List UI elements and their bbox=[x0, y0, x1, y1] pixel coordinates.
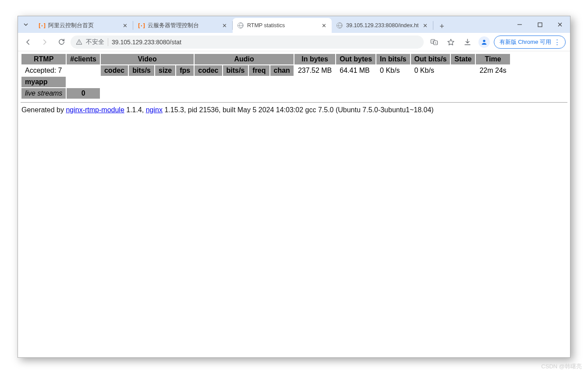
bookmark-button[interactable] bbox=[444, 35, 458, 49]
address-bar[interactable]: 不安全 39.105.129.233:8080/stat bbox=[71, 36, 424, 49]
favicon-aliyun-icon: [·] bbox=[38, 22, 45, 29]
sub-audio-freq: freq bbox=[249, 65, 269, 76]
footer-separator bbox=[21, 102, 567, 103]
url-text: 39.105.129.233:8080/stat bbox=[112, 39, 181, 46]
tab-title: 云服务器管理控制台 bbox=[148, 22, 218, 29]
favicon-globe-icon bbox=[336, 22, 343, 29]
col-rtmp: RTMP bbox=[21, 54, 66, 64]
svg-text:A: A bbox=[435, 41, 436, 44]
chrome-update-chip[interactable]: 有新版 Chrome 可用 ⋮ bbox=[494, 36, 566, 49]
sub-video-size: size bbox=[155, 65, 175, 76]
watermark: CSDN @韩曙亮 bbox=[541, 363, 582, 370]
sub-video-bits: bits/s bbox=[129, 65, 154, 76]
out-bits-cell: 0 Kb/s bbox=[411, 65, 450, 76]
tab-title: 39.105.129.233:8080/index.ht bbox=[346, 22, 418, 28]
sub-video-fps: fps bbox=[176, 65, 194, 76]
footer-module-version: 1.1.4, bbox=[124, 106, 146, 114]
favicon-aliyun-icon: [·] bbox=[138, 22, 145, 29]
tab-aliyun-home[interactable]: [·] 阿里云控制台首页 ✕ bbox=[34, 18, 133, 33]
translate-button[interactable]: 文A bbox=[427, 35, 441, 49]
favicon-globe-icon bbox=[237, 22, 244, 29]
profile-button[interactable] bbox=[477, 35, 491, 49]
address-bar-separator bbox=[108, 38, 108, 46]
sub-audio-chan: chan bbox=[270, 65, 294, 76]
col-in-bytes: In bytes bbox=[294, 54, 335, 64]
svg-rect-1 bbox=[538, 23, 542, 27]
tab-title: 阿里云控制台首页 bbox=[48, 22, 118, 29]
footer-text: Generated by nginx-rtmp-module 1.1.4, ng… bbox=[21, 106, 567, 114]
col-time: Time bbox=[476, 54, 510, 64]
tabs-dropdown-button[interactable] bbox=[18, 16, 34, 33]
forward-button[interactable] bbox=[37, 35, 52, 50]
in-bytes-cell: 237.52 MB bbox=[294, 65, 335, 76]
nginx-link[interactable]: nginx bbox=[146, 106, 163, 114]
col-audio: Audio bbox=[195, 54, 294, 64]
reload-button[interactable] bbox=[54, 35, 69, 50]
in-bits-cell: 0 Kb/s bbox=[376, 65, 410, 76]
page-content: RTMP #clients Video Audio In bytes Out b… bbox=[18, 51, 570, 357]
svg-text:文: 文 bbox=[432, 39, 434, 43]
update-chip-label: 有新版 Chrome 可用 bbox=[499, 38, 551, 46]
tab-title: RTMP statistics bbox=[247, 22, 317, 28]
tab-close-button[interactable]: ✕ bbox=[320, 22, 327, 29]
rtmp-stats-table: RTMP #clients Video Audio In bytes Out b… bbox=[21, 53, 511, 100]
window-minimize-button[interactable] bbox=[510, 16, 530, 33]
toolbar-right-icons: 文A 有新版 Chrome 可用 ⋮ bbox=[425, 35, 567, 49]
sub-audio-bits: bits/s bbox=[223, 65, 248, 76]
profile-avatar-icon bbox=[478, 36, 490, 48]
time-cell: 22m 24s bbox=[476, 65, 510, 76]
accepted-cell: Accepted: 7 bbox=[21, 65, 66, 76]
browser-window: [·] 阿里云控制台首页 ✕ [·] 云服务器管理控制台 ✕ RTMP stat… bbox=[18, 16, 570, 358]
sub-audio-codec: codec bbox=[195, 65, 222, 76]
live-streams-count: 0 bbox=[67, 88, 100, 99]
security-label: 不安全 bbox=[86, 38, 104, 46]
col-state: State bbox=[451, 54, 475, 64]
tab-close-button[interactable]: ✕ bbox=[221, 22, 228, 29]
window-controls bbox=[510, 16, 570, 33]
nginx-rtmp-module-link[interactable]: nginx-rtmp-module bbox=[66, 106, 124, 114]
svg-point-3 bbox=[79, 43, 79, 44]
col-out-bytes: Out bytes bbox=[336, 54, 375, 64]
tab-rtmp-statistics[interactable]: RTMP statistics ✕ bbox=[233, 18, 332, 33]
col-in-bits: In bits/s bbox=[376, 54, 410, 64]
tab-strip: [·] 阿里云控制台首页 ✕ [·] 云服务器管理控制台 ✕ RTMP stat… bbox=[18, 16, 570, 33]
toolbar: 不安全 39.105.129.233:8080/stat 文A 有新版 Chro… bbox=[18, 33, 570, 51]
back-button[interactable] bbox=[21, 35, 35, 50]
footer-rest: 1.15.3, pid 21536, built May 5 2024 14:0… bbox=[163, 106, 434, 114]
app-name-cell: myapp bbox=[21, 77, 66, 87]
col-out-bits: Out bits/s bbox=[411, 54, 450, 64]
footer-prefix: Generated by bbox=[21, 106, 66, 114]
downloads-button[interactable] bbox=[460, 35, 475, 49]
window-maximize-button[interactable] bbox=[530, 16, 550, 33]
live-streams-label: live streams bbox=[21, 88, 66, 99]
tab-close-button[interactable]: ✕ bbox=[422, 22, 429, 29]
tab-ecs-console[interactable]: [·] 云服务器管理控制台 ✕ bbox=[133, 18, 232, 33]
new-tab-button[interactable]: + bbox=[435, 20, 448, 33]
not-secure-icon bbox=[76, 39, 82, 45]
window-close-button[interactable] bbox=[550, 16, 570, 33]
tab-close-button[interactable]: ✕ bbox=[121, 22, 128, 29]
out-bytes-cell: 64.41 MB bbox=[336, 65, 375, 76]
sub-video-codec: codec bbox=[101, 65, 128, 76]
tab-index-page[interactable]: 39.105.129.233:8080/index.ht ✕ bbox=[332, 18, 433, 33]
svg-point-8 bbox=[483, 39, 485, 42]
col-video: Video bbox=[101, 54, 194, 64]
col-clients: #clients bbox=[67, 54, 100, 64]
tab-separator bbox=[433, 21, 433, 30]
